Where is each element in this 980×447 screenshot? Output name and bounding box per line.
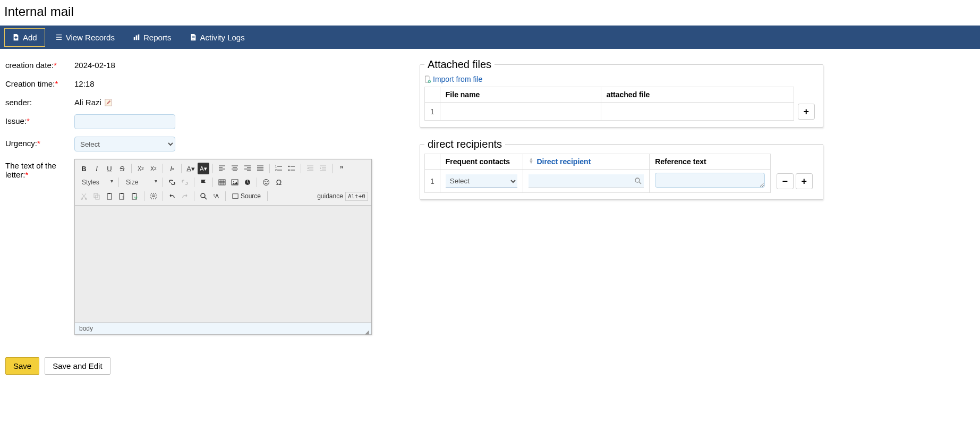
paste-text-button[interactable]: T [116,190,128,202]
add-row-button[interactable]: + [796,173,813,189]
flag-button[interactable] [198,176,209,188]
bg-color-button[interactable]: A▾ [198,163,209,174]
reference-text-input[interactable] [655,173,765,188]
source-button[interactable]: Source [229,190,264,202]
add-row-button[interactable]: + [798,104,815,120]
bottom-actions: Save Save and Edit [0,352,980,380]
issue-input[interactable] [74,114,175,129]
svg-text:T: T [122,196,124,199]
svg-rect-17 [108,193,110,194]
creation-time-value: 12:18 [74,77,95,88]
editor-path[interactable]: body [79,325,93,332]
cell-attached[interactable] [601,103,794,121]
nav-view-records[interactable]: View Records [47,28,123,47]
col-filename[interactable]: File name [440,87,601,103]
nav-add[interactable]: Add [4,28,45,47]
align-justify-button[interactable] [254,163,266,174]
remove-format-button[interactable]: Ix [166,163,178,174]
svg-rect-24 [151,193,156,199]
undo-button[interactable] [166,190,178,202]
direct-recipient-search[interactable] [529,174,644,188]
letter-text-label: The text of the letter:* [5,159,74,179]
align-left-button[interactable] [216,163,228,174]
issue-label: Issue:* [5,114,74,125]
nav-bar: Add View Records Reports Activity Logs [0,26,980,49]
table-row: 1 + [425,103,819,121]
outdent-button[interactable] [304,163,316,174]
blockquote-button[interactable]: ” [336,163,347,174]
paste-button[interactable] [104,190,115,202]
bullet-list-button[interactable] [286,163,297,174]
bar-chart-icon [133,33,140,41]
svg-rect-5 [219,180,225,185]
col-attached-file[interactable]: attached file [601,87,794,103]
svg-point-28 [635,178,640,182]
col-direct-recipient[interactable]: ▲▼Direct recipient [523,154,650,170]
attached-files-panel: Attached files Import from file File nam… [420,58,823,128]
link-button[interactable] [166,176,178,188]
superscript-button[interactable]: X2 [148,163,159,174]
import-icon [424,75,431,83]
emoji-button[interactable] [260,176,272,188]
cut-button[interactable] [78,190,90,202]
resize-handle-icon[interactable] [365,328,370,333]
unlink-button[interactable] [179,176,191,188]
row-number: 1 [425,103,440,121]
italic-button[interactable]: I [91,163,103,174]
paste-word-button[interactable]: W [129,190,141,202]
svg-point-7 [233,181,234,182]
numbered-list-button[interactable]: 12 [273,163,285,174]
bold-button[interactable]: B [78,163,90,174]
indent-button[interactable] [317,163,329,174]
recipients-grid: Frequent contacts ▲▼Direct recipient Ref… [424,154,819,193]
svg-rect-16 [107,193,112,199]
text-color-button[interactable]: A▾ [185,163,197,174]
direct-recipients-legend: direct recipients [424,138,505,150]
svg-text:2: 2 [275,168,277,172]
align-right-button[interactable] [242,163,253,174]
remove-row-button[interactable]: − [777,173,794,189]
select-all-button[interactable] [148,190,159,202]
styles-select[interactable]: Styles [78,176,115,188]
list-icon [55,33,63,41]
subscript-button[interactable]: X2 [135,163,147,174]
svg-rect-22 [133,193,135,194]
sort-icon[interactable]: ▲▼ [529,157,533,164]
save-button[interactable]: Save [5,357,39,375]
table-button[interactable] [216,176,228,188]
editor-content-area[interactable] [75,206,371,323]
size-select[interactable]: Size [122,176,159,188]
circle-button[interactable] [242,176,253,188]
edit-icon[interactable] [105,99,112,106]
urgency-label: Urgency:* [5,137,74,148]
col-reference-text[interactable]: Reference text [650,154,771,170]
nav-view-records-label: View Records [66,33,115,42]
creation-date-label: creation date:* [5,58,74,70]
find-button[interactable] [198,190,209,202]
save-and-edit-button[interactable]: Save and Edit [45,357,110,375]
copy-button[interactable] [91,190,103,202]
svg-point-25 [201,193,205,198]
underline-button[interactable]: U [104,163,115,174]
urgency-select[interactable]: Select [74,137,175,151]
nav-activity-logs[interactable]: Activity Logs [182,28,253,47]
svg-point-3 [288,166,290,167]
image-button[interactable] [229,176,241,188]
cell-filename[interactable] [440,103,601,121]
replace-button[interactable]: ᵗA [210,190,222,202]
search-icon[interactable] [634,177,642,184]
import-from-file-link[interactable]: Import from file [424,75,482,83]
redo-button[interactable] [179,190,191,202]
nav-reports[interactable]: Reports [125,28,180,47]
col-frequent-contacts[interactable]: Frequent contacts [440,154,523,170]
frequent-contacts-select[interactable]: Select [446,174,518,188]
attached-files-legend: Attached files [424,58,495,71]
rich-text-editor: B I U S X2 X2 Ix A▾ A▾ [74,159,372,335]
svg-rect-19 [121,193,123,194]
align-center-button[interactable] [229,163,241,174]
table-row: 1 Select − + [425,170,819,193]
nav-activity-logs-label: Activity Logs [200,33,245,42]
strikethrough-button[interactable]: S [116,163,128,174]
special-char-button[interactable]: Ω [273,176,285,188]
sender-value: Ali Razi [74,98,101,107]
